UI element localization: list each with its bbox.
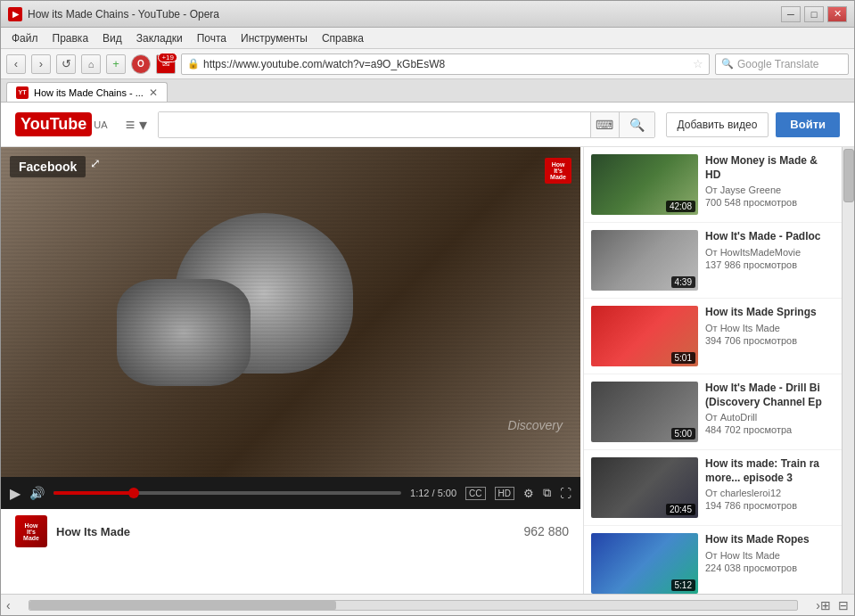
search-placeholder: Google Translate bbox=[737, 58, 818, 70]
related-item-5[interactable]: 5:12 How its Made Ropes От How Its Made … bbox=[584, 526, 842, 594]
yt-keyboard-button[interactable]: ⌨ bbox=[590, 112, 619, 137]
mail-button[interactable]: ✉ +19 bbox=[156, 54, 176, 74]
window-controls: ─ □ ✕ bbox=[781, 6, 847, 22]
fb-expand-icon[interactable]: ⤢ bbox=[90, 156, 101, 170]
cc-button[interactable]: CC bbox=[465, 487, 485, 500]
tab-close-button[interactable]: ✕ bbox=[149, 86, 158, 99]
back-button[interactable]: ‹ bbox=[6, 54, 26, 74]
window-title: How its Made Chains - YouTube - Opera bbox=[28, 8, 219, 21]
related-thumb-3: 5:00 bbox=[591, 382, 698, 442]
yt-logo[interactable]: YouTube UA bbox=[15, 112, 108, 136]
channel-name[interactable]: How Its Made bbox=[56, 525, 130, 538]
yt-signin-button[interactable]: Войти bbox=[776, 112, 840, 137]
related-thumb-0: 42:08 bbox=[591, 154, 698, 215]
address-bar[interactable]: 🔒 https://www.youtube.com/watch?v=a9O_kG… bbox=[181, 53, 710, 75]
yt-header: YouTube UA ≡ ▾ ⌨ 🔍 Добавить видео Войти bbox=[1, 103, 854, 147]
fullscreen-button[interactable]: ⛶ bbox=[560, 487, 571, 500]
video-channel: How It's Made How Its Made 962 880 bbox=[15, 515, 569, 547]
active-tab[interactable]: YT How its Made Chains - ... ✕ bbox=[6, 82, 168, 102]
menu-file[interactable]: Файл bbox=[4, 30, 45, 46]
progress-thumb bbox=[128, 488, 139, 498]
browser-window: ▶ How its Made Chains - YouTube - Opera … bbox=[0, 0, 855, 616]
forward-button[interactable]: › bbox=[31, 54, 51, 74]
related-info-5: How its Made Ropes От How Its Made 224 0… bbox=[705, 533, 834, 594]
play-button[interactable]: ▶ bbox=[10, 485, 21, 502]
opera-button[interactable]: O bbox=[131, 54, 151, 74]
menu-help[interactable]: Справка bbox=[315, 30, 371, 46]
video-background bbox=[1, 147, 580, 477]
channel-thumbnail[interactable]: How It's Made bbox=[15, 515, 47, 547]
menu-tools[interactable]: Инструменты bbox=[234, 30, 315, 46]
related-title-2: How its Made Springs bbox=[705, 306, 834, 320]
bookmark-button[interactable]: + bbox=[106, 54, 126, 74]
reload-button[interactable]: ↺ bbox=[56, 54, 76, 74]
related-item-3[interactable]: 5:00 How It's Made - Drill Bi (Discovery… bbox=[584, 374, 842, 450]
nav-bar: ‹ › ↺ ⌂ + O ✉ +19 🔒 https://www.youtube.… bbox=[1, 49, 854, 79]
resolution-button[interactable]: HD bbox=[495, 487, 514, 500]
video-grain bbox=[1, 147, 580, 477]
bottom-icon-1[interactable]: ⊞ bbox=[820, 598, 831, 612]
star-icon[interactable]: ☆ bbox=[693, 57, 703, 70]
related-item-4[interactable]: 20:45 How its made: Train ra more... epi… bbox=[584, 450, 842, 526]
yt-logo-text: YouTube bbox=[15, 112, 92, 136]
related-item-2[interactable]: 5:01 How its Made Springs От How Its Mad… bbox=[584, 299, 842, 374]
related-views-4: 194 786 просмотров bbox=[705, 500, 834, 511]
bottom-icon-2[interactable]: ⊟ bbox=[838, 598, 849, 612]
search-bar[interactable]: 🔍 Google Translate bbox=[715, 53, 849, 75]
menu-bookmarks[interactable]: Закладки bbox=[129, 30, 190, 46]
minimize-button[interactable]: ─ bbox=[781, 6, 801, 22]
related-views-2: 394 706 просмотров bbox=[705, 335, 834, 346]
related-item-1[interactable]: 4:39 How It's Made - Padloc От HowItsMad… bbox=[584, 223, 842, 299]
tab-bar: YT How its Made Chains - ... ✕ bbox=[1, 79, 854, 103]
related-info-4: How its made: Train ra more... episode 3… bbox=[705, 457, 834, 518]
yt-menu-button[interactable]: ≡ ▾ bbox=[126, 115, 148, 135]
app-icon: ▶ bbox=[8, 7, 22, 21]
yt-content: Facebook ⤢ How It's Made Discovery ▶ 🔊 bbox=[1, 147, 854, 594]
how-made-logo: How It's Made bbox=[545, 158, 571, 184]
right-scrollbar[interactable] bbox=[842, 147, 854, 594]
related-title-4: How its made: Train ra more... episode 3 bbox=[705, 457, 834, 485]
bottom-scrollbar[interactable] bbox=[29, 600, 799, 611]
youtube-page: YouTube UA ≡ ▾ ⌨ 🔍 Добавить видео Войти bbox=[1, 103, 854, 594]
sidebar-scroll[interactable]: 42:08 How Money is Made & HD От Jayse Gr… bbox=[584, 147, 842, 594]
bottom-bar: ‹ › ⊞ ⊟ bbox=[1, 594, 854, 615]
lock-icon: 🔒 bbox=[187, 58, 200, 70]
related-duration-5: 5:12 bbox=[671, 579, 695, 591]
progress-fill bbox=[53, 491, 134, 495]
channel-thumb-text: How It's Made bbox=[23, 522, 39, 541]
yt-header-actions: Добавить видео Войти bbox=[666, 112, 840, 137]
yt-search-input[interactable] bbox=[159, 112, 589, 137]
related-thumb-4: 20:45 bbox=[591, 457, 698, 518]
menu-edit[interactable]: Правка bbox=[45, 30, 96, 46]
related-channel-0: От Jayse Greene bbox=[705, 185, 834, 195]
related-views-1: 137 986 просмотров bbox=[705, 259, 834, 270]
title-bar-left: ▶ How its Made Chains - YouTube - Opera bbox=[8, 7, 219, 21]
menu-view[interactable]: Вид bbox=[95, 30, 129, 46]
video-player[interactable]: Facebook ⤢ How It's Made Discovery ▶ 🔊 bbox=[1, 147, 580, 477]
close-button[interactable]: ✕ bbox=[827, 6, 847, 22]
home-button[interactable]: ⌂ bbox=[81, 54, 101, 74]
scrollbar-thumb[interactable] bbox=[843, 149, 854, 202]
related-duration-4: 20:45 bbox=[666, 504, 695, 515]
volume-button[interactable]: 🔊 bbox=[29, 486, 45, 500]
menu-bar: Файл Правка Вид Закладки Почта Инструмен… bbox=[1, 28, 854, 49]
related-title-1: How It's Made - Padloc bbox=[705, 230, 834, 244]
bottom-back-button[interactable]: ‹ bbox=[6, 598, 11, 612]
related-info-0: How Money is Made & HD От Jayse Greene 7… bbox=[705, 154, 834, 215]
related-channel-4: От charlesleroi12 bbox=[705, 488, 834, 498]
menu-mail[interactable]: Почта bbox=[190, 30, 234, 46]
miniplayer-button[interactable]: ⧉ bbox=[543, 486, 551, 500]
yt-upload-button[interactable]: Добавить видео bbox=[666, 112, 769, 137]
settings-button[interactable]: ⚙ bbox=[523, 487, 534, 500]
discovery-watermark: Discovery bbox=[508, 418, 563, 432]
related-channel-5: От How Its Made bbox=[705, 550, 834, 561]
progress-bar[interactable] bbox=[53, 491, 401, 495]
video-controls: ▶ 🔊 1:12 / 5:00 CC HD ⚙ ⧉ bbox=[1, 477, 580, 509]
related-channel-3: От AutoDrill bbox=[705, 412, 834, 423]
fb-label[interactable]: Facebook bbox=[10, 156, 86, 177]
maximize-button[interactable]: □ bbox=[804, 6, 824, 22]
related-item-0[interactable]: 42:08 How Money is Made & HD От Jayse Gr… bbox=[584, 147, 842, 223]
related-views-3: 484 702 просмотра bbox=[705, 424, 834, 435]
view-count: 962 880 bbox=[523, 524, 569, 538]
yt-search-button[interactable]: 🔍 bbox=[619, 112, 654, 137]
